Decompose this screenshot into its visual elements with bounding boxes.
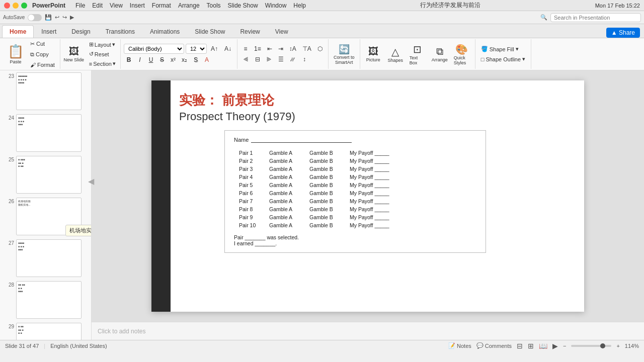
format-button[interactable]: 🖌 Format [28, 60, 57, 69]
reading-view-button[interactable]: 📖 [539, 342, 547, 350]
tab-transitions[interactable]: Transitions [98, 25, 142, 38]
comments-icon: 💬 [476, 342, 484, 349]
tab-animations[interactable]: Animations [142, 25, 187, 38]
slide-preview-23: ■■■■■■■ ■ ■ ■■■■■ [16, 72, 82, 110]
align-text-button[interactable]: ⊤A [300, 44, 314, 53]
shapes-button[interactable]: △ Shapes [385, 44, 406, 65]
slide-thumb-29[interactable]: 29 ■ ■■■■ ■■ ■ [0, 321, 91, 340]
minimize-button[interactable] [13, 3, 19, 9]
slide-thumb-23[interactable]: 23 ■■■■■■■ ■ ■ ■■■■■ [0, 70, 91, 112]
new-slide-button[interactable]: 🖼 New Slide [63, 42, 85, 66]
zoom-increase-button[interactable]: + [616, 343, 619, 349]
notes-button[interactable]: 📝 Notes [448, 342, 471, 349]
tab-view[interactable]: View [268, 25, 296, 38]
bullets-button[interactable]: ≡ [240, 44, 251, 53]
tab-insert[interactable]: Insert [34, 25, 64, 38]
decrease-font-button[interactable]: A↓ [222, 44, 234, 53]
window-controls[interactable] [4, 3, 27, 9]
notes-area[interactable]: Click to add notes [92, 322, 644, 340]
menu-insert[interactable]: Insert [130, 2, 145, 9]
shape-fill-button[interactable]: 🪣 Shape Fill ▾ [478, 45, 528, 53]
text-direction-button[interactable]: ↕A [287, 44, 299, 53]
tab-review[interactable]: Review [232, 25, 267, 38]
textbox-button[interactable]: ⊡ Text Box [408, 41, 428, 67]
text-color-button[interactable]: A [202, 55, 212, 64]
font-size-select[interactable]: 12 [186, 44, 207, 54]
zoom-slider[interactable] [571, 345, 611, 347]
tab-bar: Home Insert Design Transitions Animation… [0, 24, 644, 38]
menu-edit[interactable]: Edit [92, 2, 103, 9]
menu-view[interactable]: View [110, 2, 123, 9]
convert-smartart-button[interactable]: 🔄 Convert to SmartArt [332, 42, 357, 67]
slide-thumb-27[interactable]: 27 ■■■■■ ■ ■■■■ [0, 237, 91, 279]
increase-indent-button[interactable]: ⇥ [276, 44, 286, 53]
slide-sorter-button[interactable]: ⊞ [528, 342, 534, 350]
numbering-button[interactable]: 1≡ [252, 44, 264, 53]
tab-slideshow[interactable]: Slide Show [187, 25, 232, 38]
cut-button[interactable]: ✂ Cut [28, 39, 57, 49]
arrange-button[interactable]: ⧉ Arrange [430, 44, 450, 64]
smartart-button[interactable]: ⬡ [315, 44, 325, 53]
autosave-toggle[interactable] [28, 14, 42, 21]
slide-thumb-28[interactable]: 28 ■■ ■■■ ■■■■ [0, 279, 91, 321]
menu-tools[interactable]: Tools [207, 2, 221, 9]
slide-info: Slide 31 of 47 [5, 343, 39, 349]
slide-main-body: 实验： 前景理论 Prospect Theory (1979) Name [179, 92, 576, 307]
reset-button[interactable]: ↺ Reset [87, 50, 118, 58]
underline-button[interactable]: U [146, 55, 156, 64]
strikethrough-button[interactable]: S [157, 55, 167, 64]
menu-arrange[interactable]: Arrange [178, 2, 200, 9]
shape-outline-button[interactable]: □ Shape Outline ▾ [478, 55, 528, 63]
tab-home[interactable]: Home [2, 25, 34, 38]
text-shadow-button[interactable]: S [191, 55, 201, 64]
undo-icon[interactable]: ↩ [55, 14, 59, 21]
share-button[interactable]: ▲ Share [606, 28, 640, 38]
increase-font-button[interactable]: A↑ [208, 44, 220, 53]
superscript-button[interactable]: x² [168, 55, 178, 64]
subscript-button[interactable]: x₂ [179, 55, 190, 64]
redo-icon[interactable]: ↪ [62, 14, 67, 21]
copy-icon: ⧉ [30, 51, 34, 58]
maximize-button[interactable] [21, 3, 27, 9]
slide-thumb-25[interactable]: 25 ■ ■■■■■ ■■ ■■ [0, 154, 91, 196]
search-input[interactable] [550, 13, 641, 22]
slide-thumb-24[interactable]: 24 ■■■■■ ■ ■■■■ [0, 112, 91, 154]
close-button[interactable] [4, 3, 10, 9]
align-left-button[interactable]: ⫷ [240, 55, 252, 64]
menu-format[interactable]: Format [152, 2, 171, 9]
line-spacing-button[interactable]: ↕ [299, 55, 309, 64]
tab-design[interactable]: Design [64, 25, 98, 38]
panel-collapse-button[interactable]: ◀ [88, 176, 94, 186]
save-icon[interactable]: 💾 [45, 14, 52, 21]
paste-button[interactable]: 📋 Paste [5, 40, 27, 68]
slide-thumb-26[interactable]: 26 机场地实验随机实地... 机场地实验 随机实地实验在国内的发展现状和展望 [0, 196, 91, 237]
menu-slideshow[interactable]: Slide Show [228, 2, 258, 9]
comments-button[interactable]: 💬 Comments [476, 342, 512, 349]
align-center-button[interactable]: ⊟ [253, 55, 263, 64]
present-button[interactable]: ▶ [70, 14, 74, 21]
menu-file[interactable]: File [75, 2, 85, 9]
layout-button[interactable]: ⊞ Layout ▾ [87, 40, 118, 49]
font-family-select[interactable]: Calibri (Body) [124, 44, 184, 54]
section-button[interactable]: ≡ Section ▾ [87, 59, 118, 68]
align-right-button[interactable]: ⫸ [264, 55, 275, 64]
decrease-indent-button[interactable]: ⇤ [265, 44, 275, 53]
menu-window[interactable]: Window [265, 2, 287, 9]
picture-button[interactable]: 🖼 Picture [363, 44, 383, 64]
shape-outline-icon: □ [481, 56, 485, 62]
app-name: PowerPoint [32, 2, 65, 9]
normal-view-button[interactable]: ⊟ [517, 342, 523, 350]
menu-bar: File Edit View Insert Format Arrange Too… [75, 2, 306, 9]
italic-button[interactable]: I [135, 55, 145, 64]
section-icon: ≡ [89, 61, 92, 67]
slide-canvas[interactable]: 实验： 前景理论 Prospect Theory (1979) Name [92, 70, 644, 322]
columns-button[interactable]: ⫻ [287, 55, 298, 64]
slide-title-chinese: 实验： 前景理论 [179, 92, 576, 109]
zoom-decrease-button[interactable]: − [563, 343, 566, 349]
slideshow-button[interactable]: ▶ [552, 342, 558, 350]
bold-button[interactable]: B [124, 55, 134, 64]
quick-styles-button[interactable]: 🎨 Quick Styles [452, 41, 472, 67]
copy-button[interactable]: ⧉ Copy [28, 50, 57, 59]
justify-button[interactable]: ☰ [276, 55, 286, 64]
menu-help[interactable]: Help [293, 2, 306, 9]
